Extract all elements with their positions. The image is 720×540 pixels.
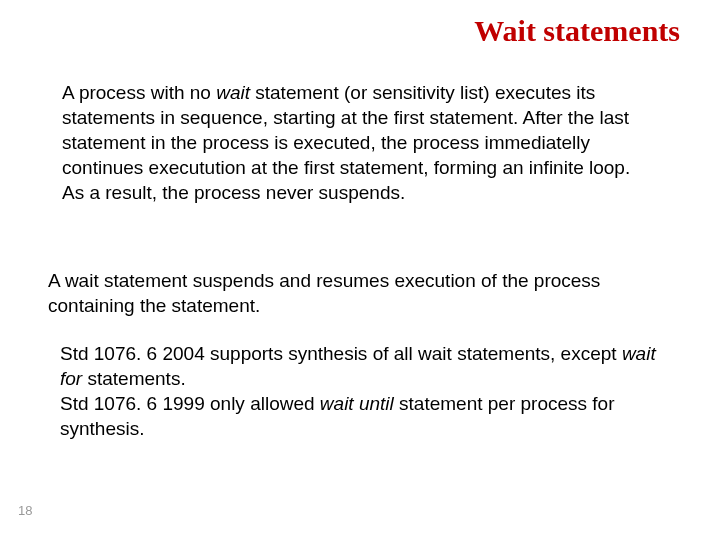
p3-text-3: Std 1076. 6 1999 only allowed: [60, 393, 320, 414]
paragraph-1: A process with no wait statement (or sen…: [62, 80, 652, 205]
slide-title: Wait statements: [474, 14, 680, 48]
p3-text-2: statements.: [82, 368, 186, 389]
p1-text-1: A process with no: [62, 82, 216, 103]
paragraph-3: Std 1076. 6 2004 supports synthesis of a…: [60, 341, 660, 441]
p3-em-2: wait until: [320, 393, 394, 414]
page-number: 18: [18, 503, 32, 518]
p3-text-1: Std 1076. 6 2004 supports synthesis of a…: [60, 343, 622, 364]
p1-em-1: wait: [216, 82, 250, 103]
paragraph-2: A wait statement suspends and resumes ex…: [48, 268, 658, 318]
